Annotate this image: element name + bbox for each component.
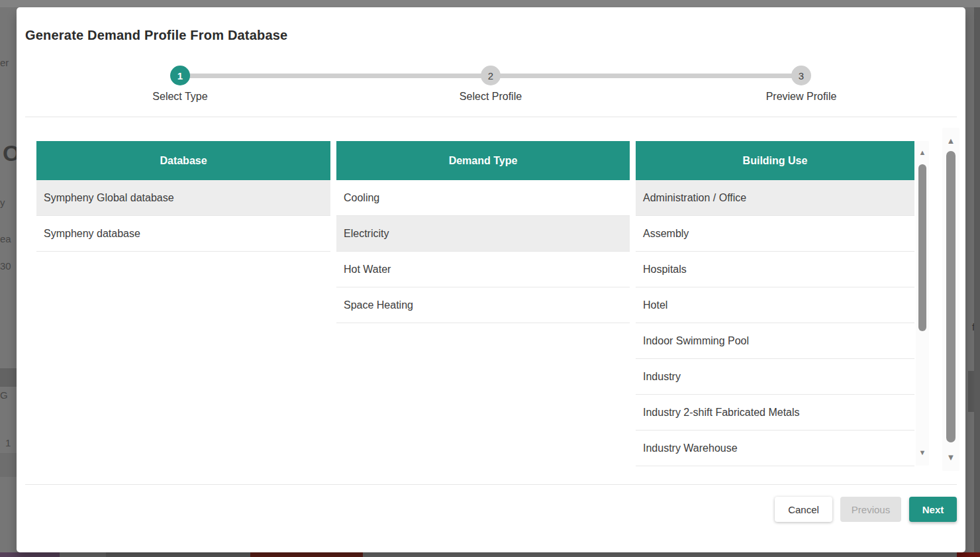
step-2-number: 2	[488, 70, 493, 81]
backdrop-bottom-segment	[0, 552, 60, 557]
list-item-sympheny-global-database[interactable]: Sympheny Global database	[36, 180, 330, 216]
list-item-space-heating[interactable]: Space Heating	[336, 287, 630, 323]
demand-type-column-header: Demand Type	[336, 141, 630, 180]
building-use-scrollbar[interactable]: ▲ ▼	[916, 141, 929, 466]
step-2-indicator: 2	[481, 66, 501, 85]
backdrop-text-fragment: G	[0, 389, 8, 401]
list-item-industry-warehouse[interactable]: Industry Warehouse	[636, 430, 914, 466]
demand-type-column: Demand Type Cooling Electricity Hot Wate…	[336, 141, 630, 323]
cancel-button[interactable]: Cancel	[775, 497, 832, 522]
list-item-administration-office[interactable]: Administration / Office	[636, 180, 914, 216]
footer-divider	[25, 484, 957, 485]
backdrop-text-fragment: er	[0, 57, 9, 68]
backdrop-text-fragment: y	[0, 197, 5, 208]
step-3-number: 3	[799, 70, 804, 81]
building-use-column: Building Use Administration / Office Ass…	[636, 141, 914, 466]
step-1-indicator: 1	[170, 66, 190, 85]
backdrop-text-fragment: 1	[5, 437, 11, 448]
list-item-sympheny-database[interactable]: Sympheny database	[36, 216, 330, 252]
database-column: Database Sympheny Global database Symphe…	[36, 141, 330, 252]
backdrop-top-bar	[0, 0, 980, 7]
step-1-label: Select Type	[107, 91, 253, 103]
database-column-header: Database	[36, 141, 330, 180]
list-item-hot-water[interactable]: Hot Water	[336, 252, 630, 287]
list-item-hospitals[interactable]: Hospitals	[636, 252, 914, 287]
scroll-up-icon[interactable]: ▲	[942, 137, 959, 144]
list-item-indoor-swimming-pool[interactable]: Indoor Swimming Pool	[636, 323, 914, 359]
backdrop-band	[0, 453, 17, 477]
building-use-scrollbar-thumb[interactable]	[918, 164, 926, 331]
step-2-label: Select Profile	[418, 91, 564, 103]
scroll-down-icon[interactable]: ▼	[916, 449, 929, 456]
dialog-scrollbar[interactable]: ▲ ▼	[942, 128, 959, 471]
previous-button[interactable]: Previous	[840, 497, 901, 522]
list-item-industry[interactable]: Industry	[636, 359, 914, 395]
step-1-number: 1	[177, 70, 183, 81]
dialog-title: Generate Demand Profile From Database	[25, 28, 287, 43]
dialog-scrollbar-thumb[interactable]	[946, 151, 956, 442]
backdrop-bottom-segment	[250, 552, 363, 557]
backdrop-bottom-segment	[106, 552, 250, 557]
screen: er O y ea 30 G 1 f Generate Demand Profi…	[0, 0, 980, 557]
scroll-down-icon[interactable]: ▼	[942, 454, 959, 461]
next-button[interactable]: Next	[909, 497, 957, 522]
backdrop-bottom-segment	[957, 552, 980, 557]
scroll-up-icon[interactable]: ▲	[916, 149, 929, 156]
list-item-assembly[interactable]: Assembly	[636, 216, 914, 252]
page-scrollbar[interactable]	[974, 7, 980, 552]
generate-demand-profile-dialog: Generate Demand Profile From Database 1 …	[17, 7, 965, 552]
building-use-column-header: Building Use	[636, 141, 914, 180]
backdrop-band	[0, 368, 17, 387]
list-item-hotel[interactable]: Hotel	[636, 287, 914, 323]
backdrop-bottom-strip	[0, 552, 980, 557]
backdrop-text-fragment: 30	[0, 260, 11, 272]
backdrop-text-fragment: ea	[0, 233, 11, 244]
list-item-industry-2-shift-fabricated-metals[interactable]: Industry 2-shift Fabricated Metals	[636, 395, 914, 430]
list-item-cooling[interactable]: Cooling	[336, 180, 630, 216]
step-3-indicator: 3	[791, 66, 811, 85]
list-item-electricity[interactable]: Electricity	[336, 216, 630, 252]
step-3-label: Preview Profile	[728, 91, 874, 103]
header-divider	[25, 117, 957, 117]
